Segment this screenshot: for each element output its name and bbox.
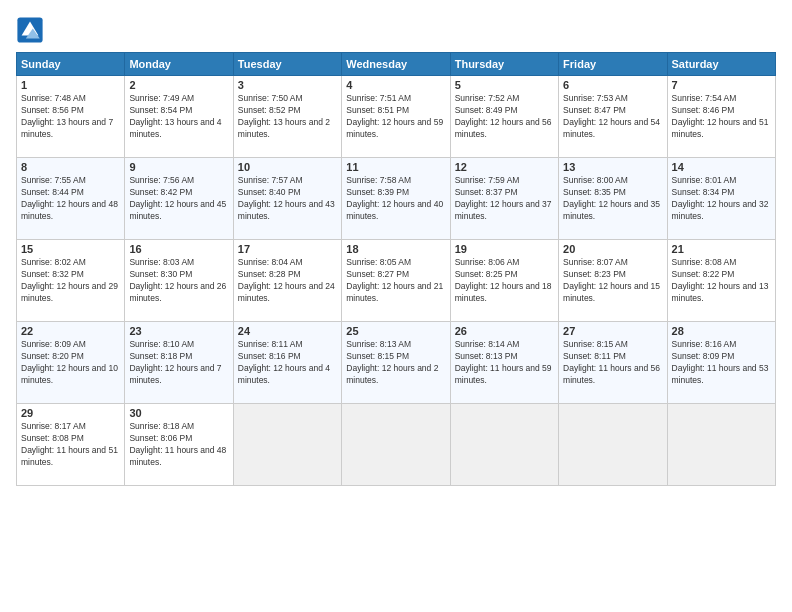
calendar-cell: 12 Sunrise: 7:59 AM Sunset: 8:37 PM Dayl… bbox=[450, 158, 558, 240]
day-number: 1 bbox=[21, 79, 120, 91]
day-number: 28 bbox=[672, 325, 771, 337]
calendar-cell: 22 Sunrise: 8:09 AM Sunset: 8:20 PM Dayl… bbox=[17, 322, 125, 404]
day-number: 13 bbox=[563, 161, 662, 173]
day-number: 23 bbox=[129, 325, 228, 337]
calendar-cell: 7 Sunrise: 7:54 AM Sunset: 8:46 PM Dayli… bbox=[667, 76, 775, 158]
day-number: 10 bbox=[238, 161, 337, 173]
calendar-cell: 20 Sunrise: 8:07 AM Sunset: 8:23 PM Dayl… bbox=[559, 240, 667, 322]
day-number: 18 bbox=[346, 243, 445, 255]
calendar-cell: 27 Sunrise: 8:15 AM Sunset: 8:11 PM Dayl… bbox=[559, 322, 667, 404]
day-number: 14 bbox=[672, 161, 771, 173]
calendar-cell: 19 Sunrise: 8:06 AM Sunset: 8:25 PM Dayl… bbox=[450, 240, 558, 322]
calendar-cell: 15 Sunrise: 8:02 AM Sunset: 8:32 PM Dayl… bbox=[17, 240, 125, 322]
logo-icon bbox=[16, 16, 44, 44]
day-info: Sunrise: 8:06 AM Sunset: 8:25 PM Dayligh… bbox=[455, 257, 554, 305]
calendar-cell: 16 Sunrise: 8:03 AM Sunset: 8:30 PM Dayl… bbox=[125, 240, 233, 322]
day-number: 7 bbox=[672, 79, 771, 91]
day-info: Sunrise: 7:53 AM Sunset: 8:47 PM Dayligh… bbox=[563, 93, 662, 141]
week-row-1: 1 Sunrise: 7:48 AM Sunset: 8:56 PM Dayli… bbox=[17, 76, 776, 158]
calendar-cell: 29 Sunrise: 8:17 AM Sunset: 8:08 PM Dayl… bbox=[17, 404, 125, 486]
day-number: 20 bbox=[563, 243, 662, 255]
calendar-cell: 24 Sunrise: 8:11 AM Sunset: 8:16 PM Dayl… bbox=[233, 322, 341, 404]
calendar-cell: 26 Sunrise: 8:14 AM Sunset: 8:13 PM Dayl… bbox=[450, 322, 558, 404]
day-info: Sunrise: 8:18 AM Sunset: 8:06 PM Dayligh… bbox=[129, 421, 228, 469]
day-info: Sunrise: 7:58 AM Sunset: 8:39 PM Dayligh… bbox=[346, 175, 445, 223]
day-number: 22 bbox=[21, 325, 120, 337]
day-info: Sunrise: 8:07 AM Sunset: 8:23 PM Dayligh… bbox=[563, 257, 662, 305]
day-info: Sunrise: 7:49 AM Sunset: 8:54 PM Dayligh… bbox=[129, 93, 228, 141]
calendar: SundayMondayTuesdayWednesdayThursdayFrid… bbox=[16, 52, 776, 486]
week-row-5: 29 Sunrise: 8:17 AM Sunset: 8:08 PM Dayl… bbox=[17, 404, 776, 486]
day-info: Sunrise: 7:51 AM Sunset: 8:51 PM Dayligh… bbox=[346, 93, 445, 141]
day-number: 25 bbox=[346, 325, 445, 337]
weekday-header-thursday: Thursday bbox=[450, 53, 558, 76]
day-number: 26 bbox=[455, 325, 554, 337]
day-info: Sunrise: 8:11 AM Sunset: 8:16 PM Dayligh… bbox=[238, 339, 337, 387]
day-info: Sunrise: 7:52 AM Sunset: 8:49 PM Dayligh… bbox=[455, 93, 554, 141]
day-number: 12 bbox=[455, 161, 554, 173]
day-number: 29 bbox=[21, 407, 120, 419]
day-info: Sunrise: 8:05 AM Sunset: 8:27 PM Dayligh… bbox=[346, 257, 445, 305]
weekday-header-monday: Monday bbox=[125, 53, 233, 76]
day-info: Sunrise: 8:02 AM Sunset: 8:32 PM Dayligh… bbox=[21, 257, 120, 305]
day-info: Sunrise: 7:59 AM Sunset: 8:37 PM Dayligh… bbox=[455, 175, 554, 223]
day-info: Sunrise: 8:04 AM Sunset: 8:28 PM Dayligh… bbox=[238, 257, 337, 305]
weekday-header-friday: Friday bbox=[559, 53, 667, 76]
day-number: 24 bbox=[238, 325, 337, 337]
weekday-header-row: SundayMondayTuesdayWednesdayThursdayFrid… bbox=[17, 53, 776, 76]
calendar-cell bbox=[450, 404, 558, 486]
day-number: 11 bbox=[346, 161, 445, 173]
calendar-cell: 25 Sunrise: 8:13 AM Sunset: 8:15 PM Dayl… bbox=[342, 322, 450, 404]
day-number: 2 bbox=[129, 79, 228, 91]
calendar-cell: 9 Sunrise: 7:56 AM Sunset: 8:42 PM Dayli… bbox=[125, 158, 233, 240]
day-number: 9 bbox=[129, 161, 228, 173]
week-row-2: 8 Sunrise: 7:55 AM Sunset: 8:44 PM Dayli… bbox=[17, 158, 776, 240]
day-number: 19 bbox=[455, 243, 554, 255]
day-info: Sunrise: 7:54 AM Sunset: 8:46 PM Dayligh… bbox=[672, 93, 771, 141]
day-info: Sunrise: 8:13 AM Sunset: 8:15 PM Dayligh… bbox=[346, 339, 445, 387]
calendar-cell: 3 Sunrise: 7:50 AM Sunset: 8:52 PM Dayli… bbox=[233, 76, 341, 158]
page: SundayMondayTuesdayWednesdayThursdayFrid… bbox=[0, 0, 792, 612]
week-row-3: 15 Sunrise: 8:02 AM Sunset: 8:32 PM Dayl… bbox=[17, 240, 776, 322]
calendar-cell: 23 Sunrise: 8:10 AM Sunset: 8:18 PM Dayl… bbox=[125, 322, 233, 404]
day-info: Sunrise: 8:09 AM Sunset: 8:20 PM Dayligh… bbox=[21, 339, 120, 387]
day-info: Sunrise: 8:08 AM Sunset: 8:22 PM Dayligh… bbox=[672, 257, 771, 305]
calendar-cell bbox=[667, 404, 775, 486]
calendar-cell: 21 Sunrise: 8:08 AM Sunset: 8:22 PM Dayl… bbox=[667, 240, 775, 322]
logo bbox=[16, 16, 46, 44]
day-info: Sunrise: 8:16 AM Sunset: 8:09 PM Dayligh… bbox=[672, 339, 771, 387]
day-info: Sunrise: 7:48 AM Sunset: 8:56 PM Dayligh… bbox=[21, 93, 120, 141]
weekday-header-sunday: Sunday bbox=[17, 53, 125, 76]
header bbox=[16, 16, 776, 44]
weekday-header-saturday: Saturday bbox=[667, 53, 775, 76]
day-info: Sunrise: 7:50 AM Sunset: 8:52 PM Dayligh… bbox=[238, 93, 337, 141]
week-row-4: 22 Sunrise: 8:09 AM Sunset: 8:20 PM Dayl… bbox=[17, 322, 776, 404]
calendar-cell: 18 Sunrise: 8:05 AM Sunset: 8:27 PM Dayl… bbox=[342, 240, 450, 322]
calendar-cell: 28 Sunrise: 8:16 AM Sunset: 8:09 PM Dayl… bbox=[667, 322, 775, 404]
day-number: 30 bbox=[129, 407, 228, 419]
calendar-cell: 13 Sunrise: 8:00 AM Sunset: 8:35 PM Dayl… bbox=[559, 158, 667, 240]
day-number: 15 bbox=[21, 243, 120, 255]
calendar-cell: 1 Sunrise: 7:48 AM Sunset: 8:56 PM Dayli… bbox=[17, 76, 125, 158]
day-info: Sunrise: 8:17 AM Sunset: 8:08 PM Dayligh… bbox=[21, 421, 120, 469]
calendar-cell: 14 Sunrise: 8:01 AM Sunset: 8:34 PM Dayl… bbox=[667, 158, 775, 240]
calendar-cell: 5 Sunrise: 7:52 AM Sunset: 8:49 PM Dayli… bbox=[450, 76, 558, 158]
day-info: Sunrise: 8:15 AM Sunset: 8:11 PM Dayligh… bbox=[563, 339, 662, 387]
weekday-header-wednesday: Wednesday bbox=[342, 53, 450, 76]
day-info: Sunrise: 8:03 AM Sunset: 8:30 PM Dayligh… bbox=[129, 257, 228, 305]
calendar-cell: 10 Sunrise: 7:57 AM Sunset: 8:40 PM Dayl… bbox=[233, 158, 341, 240]
day-number: 6 bbox=[563, 79, 662, 91]
day-info: Sunrise: 8:14 AM Sunset: 8:13 PM Dayligh… bbox=[455, 339, 554, 387]
calendar-cell bbox=[233, 404, 341, 486]
day-info: Sunrise: 8:00 AM Sunset: 8:35 PM Dayligh… bbox=[563, 175, 662, 223]
calendar-cell: 8 Sunrise: 7:55 AM Sunset: 8:44 PM Dayli… bbox=[17, 158, 125, 240]
day-info: Sunrise: 7:55 AM Sunset: 8:44 PM Dayligh… bbox=[21, 175, 120, 223]
calendar-cell bbox=[559, 404, 667, 486]
calendar-cell: 6 Sunrise: 7:53 AM Sunset: 8:47 PM Dayli… bbox=[559, 76, 667, 158]
calendar-cell: 11 Sunrise: 7:58 AM Sunset: 8:39 PM Dayl… bbox=[342, 158, 450, 240]
calendar-cell: 17 Sunrise: 8:04 AM Sunset: 8:28 PM Dayl… bbox=[233, 240, 341, 322]
calendar-cell bbox=[342, 404, 450, 486]
day-number: 21 bbox=[672, 243, 771, 255]
day-info: Sunrise: 8:10 AM Sunset: 8:18 PM Dayligh… bbox=[129, 339, 228, 387]
day-info: Sunrise: 7:57 AM Sunset: 8:40 PM Dayligh… bbox=[238, 175, 337, 223]
